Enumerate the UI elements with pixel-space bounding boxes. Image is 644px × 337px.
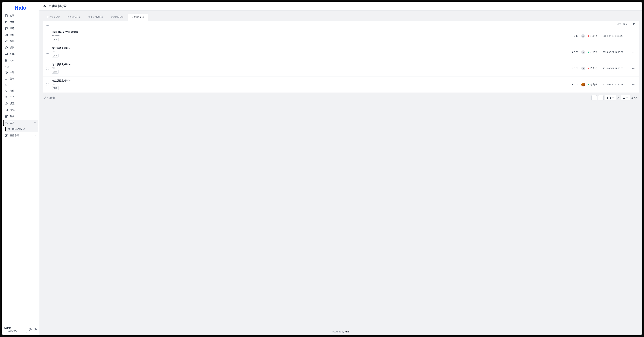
row-checkbox[interactable] bbox=[46, 67, 49, 70]
row-price: ¥ 10 bbox=[568, 35, 578, 37]
row-actions-icon[interactable] bbox=[631, 51, 636, 54]
nav-label: 插件 bbox=[10, 89, 14, 92]
select-all-checkbox[interactable] bbox=[46, 23, 49, 26]
row-avatar[interactable]: A bbox=[581, 66, 585, 70]
table-row: 专业版首发福利～ fuli 文章 ¥ 0.01 A 已完成 2024-06-21… bbox=[43, 44, 638, 60]
sidebar-item-页面[interactable]: 页面 bbox=[3, 19, 38, 25]
row-title[interactable]: 专业版首发福利～ bbox=[52, 79, 565, 82]
row-price: ¥ 0.01 bbox=[568, 83, 578, 86]
svg-point-29 bbox=[632, 68, 633, 68]
row-tag: 文章 bbox=[52, 38, 59, 41]
tab-用户登录记录[interactable]: 用户登录记录 bbox=[43, 14, 64, 21]
chevron-icon bbox=[34, 96, 36, 98]
row-time: 2024-07-10 16:00:48 bbox=[603, 35, 628, 37]
row-price: ¥ 0.01 bbox=[568, 67, 578, 70]
sidebar-item-评论[interactable]: 评论 bbox=[3, 25, 38, 31]
sidebar-item-链接[interactable]: 链接 bbox=[3, 38, 38, 44]
row-avatar[interactable]: A bbox=[581, 50, 585, 54]
page-size-label: 条 / 页 bbox=[631, 96, 638, 99]
svg-point-7 bbox=[5, 71, 8, 74]
tab-评论访问记录[interactable]: 评论访问记录 bbox=[107, 14, 128, 21]
document-icon bbox=[5, 14, 8, 17]
row-time: 2024-06-20 15:14:43 bbox=[603, 83, 628, 86]
sidebar-item-附件[interactable]: 附件 bbox=[3, 32, 38, 38]
status-dot bbox=[588, 51, 590, 53]
sidebar-item-应用市场[interactable]: 应用市场 bbox=[3, 133, 38, 139]
archive-icon bbox=[5, 115, 8, 118]
prev-page-button[interactable] bbox=[592, 95, 597, 100]
sidebar-item-工具[interactable]: 工具 bbox=[3, 120, 38, 126]
sidebar-item-插件[interactable]: 插件 bbox=[3, 88, 38, 94]
row-slug: fuli bbox=[52, 67, 565, 69]
row-slug: fuli bbox=[52, 50, 565, 53]
svg-point-32 bbox=[632, 84, 633, 85]
image-icon bbox=[5, 52, 8, 56]
profile-icon[interactable] bbox=[28, 328, 32, 332]
row-status: 已完成 bbox=[588, 51, 600, 54]
row-avatar[interactable] bbox=[581, 83, 585, 86]
doc-icon bbox=[5, 59, 8, 62]
row-tag: 文章 bbox=[52, 86, 59, 90]
svg-point-3 bbox=[6, 47, 7, 48]
row-checkbox[interactable] bbox=[46, 83, 49, 86]
brand-logo[interactable]: Halo bbox=[2, 2, 39, 13]
list-toolbar: 排序: 默认 bbox=[43, 21, 638, 28]
status-dot bbox=[588, 68, 590, 69]
row-time: 2024-06-21 14:13:01 bbox=[603, 51, 628, 53]
calendar-icon bbox=[5, 46, 8, 49]
tabs: 用户登录记录口令访问记录公众号扫码记录评论访问记录付费访问记录 bbox=[43, 14, 638, 21]
page-select[interactable]: 1 / 1 bbox=[605, 95, 616, 100]
row-title[interactable]: 专业版首发福利～ bbox=[52, 47, 565, 50]
sort-dropdown[interactable]: 排序: 默认 bbox=[617, 23, 630, 26]
svg-rect-0 bbox=[6, 14, 8, 17]
row-status: 已完成 bbox=[588, 83, 600, 86]
svg-point-33 bbox=[633, 84, 634, 85]
page-header: 阅读限制记录 bbox=[40, 2, 642, 10]
row-actions-icon[interactable] bbox=[631, 83, 636, 86]
nav-label: 瞬间 bbox=[10, 46, 14, 49]
svg-point-27 bbox=[633, 52, 634, 52]
row-checkbox[interactable] bbox=[46, 35, 49, 37]
table-row: 专业版首发福利～ fuli 文章 ¥ 0.01 已完成 2024-06-20 1… bbox=[43, 76, 638, 93]
sidebar-item-瞬间[interactable]: 瞬间 bbox=[3, 45, 38, 51]
row-title[interactable]: 专业版首发福利～ bbox=[52, 63, 565, 66]
table-row: Halo 自定义 Web 过滤器 web-filter 文章 ¥ 10 A 已取… bbox=[43, 28, 638, 44]
svg-point-18 bbox=[6, 331, 6, 331]
row-slug: web-filter bbox=[52, 34, 565, 37]
row-tag: 文章 bbox=[52, 70, 59, 74]
svg-point-20 bbox=[30, 329, 31, 330]
gear-icon bbox=[5, 102, 8, 105]
row-checkbox[interactable] bbox=[46, 51, 49, 53]
svg-point-9 bbox=[6, 72, 7, 72]
nav-label: 备份 bbox=[10, 115, 14, 118]
row-actions-icon[interactable] bbox=[631, 67, 636, 70]
row-avatar[interactable]: A bbox=[581, 34, 585, 38]
refresh-icon[interactable] bbox=[632, 23, 636, 26]
logout-icon[interactable] bbox=[34, 328, 37, 332]
sidebar-item-文章[interactable]: 文章 bbox=[3, 13, 38, 19]
nav-label: 阅读限制记录 bbox=[12, 128, 26, 131]
sidebar-item-文档[interactable]: 文档 bbox=[3, 57, 38, 63]
sidebar-item-用户[interactable]: 用户 bbox=[3, 94, 38, 100]
page-label: 页 bbox=[617, 96, 620, 99]
page-size-select[interactable]: 20 bbox=[621, 95, 630, 100]
sidebar-subitem-阅读限制记录[interactable]: 阅读限制记录 bbox=[6, 126, 38, 132]
tab-口令访问记录[interactable]: 口令访问记录 bbox=[64, 14, 84, 21]
svg-point-28 bbox=[634, 52, 634, 52]
sidebar-item-主题[interactable]: 主题 bbox=[3, 69, 38, 75]
status-dot bbox=[588, 84, 590, 85]
next-page-button[interactable] bbox=[598, 95, 604, 100]
sidebar-item-设置[interactable]: 设置 bbox=[3, 101, 38, 107]
store-icon bbox=[5, 134, 8, 137]
row-title[interactable]: Halo 自定义 Web 过滤器 bbox=[52, 31, 565, 34]
nav-label: 附件 bbox=[10, 33, 14, 36]
sidebar-item-概览[interactable]: 概览 bbox=[3, 107, 38, 113]
row-actions-icon[interactable] bbox=[631, 34, 636, 37]
sidebar-item-备份[interactable]: 备份 bbox=[3, 113, 38, 119]
nav-label: 主题 bbox=[10, 71, 14, 74]
tab-公众号扫码记录[interactable]: 公众号扫码记录 bbox=[84, 14, 107, 21]
sidebar-item-图库[interactable]: 图库 bbox=[3, 51, 38, 57]
sidebar: Halo 文章页面评论附件链接瞬间图库文档外观主题菜单系统插件用户设置概览备份工… bbox=[2, 2, 40, 335]
sidebar-item-菜单[interactable]: 菜单 bbox=[3, 76, 38, 82]
tab-付费访问记录[interactable]: 付费访问记录 bbox=[128, 14, 148, 21]
